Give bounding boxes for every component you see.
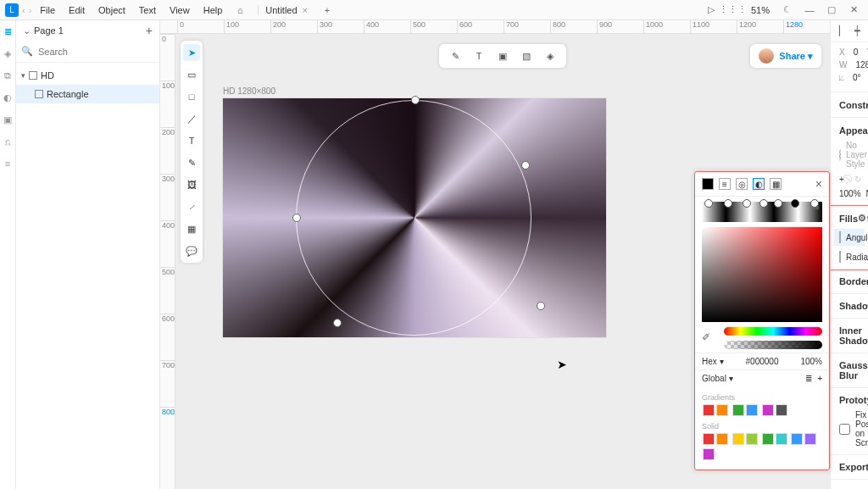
- edit-group-icon[interactable]: ▧: [519, 48, 534, 64]
- fill-type-pattern-icon[interactable]: ▦: [770, 178, 782, 190]
- color-opacity[interactable]: 100%: [800, 357, 822, 366]
- menubar: L ‹ › File Edit Object Text View Help ⌂ …: [0, 0, 868, 20]
- gradient-handle-2[interactable]: [411, 96, 420, 104]
- line-tool-icon[interactable]: ／: [183, 110, 200, 127]
- artboard-tool-icon[interactable]: ▭: [183, 66, 200, 83]
- fill-type-angular-icon[interactable]: ◐: [753, 178, 765, 190]
- hex-value[interactable]: #000000: [729, 357, 796, 366]
- document-tab[interactable]: Untitled ×: [258, 5, 314, 15]
- menu-edit[interactable]: Edit: [64, 3, 90, 18]
- styles-rail-icon[interactable]: ◐: [0, 90, 15, 105]
- components-rail-icon[interactable]: ◈: [0, 46, 15, 61]
- plugins-rail-icon[interactable]: ▣: [0, 112, 15, 127]
- menu-file[interactable]: File: [35, 3, 60, 18]
- avatar[interactable]: [759, 48, 774, 64]
- layer-tree: ▾ HD Rectangle: [16, 63, 159, 489]
- layer-artboard-hd[interactable]: ▾ HD: [16, 66, 159, 85]
- fill-swatch-radial-icon: [839, 251, 841, 263]
- history-forward-icon[interactable]: ›: [29, 5, 32, 15]
- ruler-horizontal: 0100200 300400500 600700800 90010001100 …: [160, 20, 830, 34]
- presets-scope[interactable]: Global ▾: [702, 374, 733, 383]
- gradient-stops-track[interactable]: ⇄: [702, 202, 822, 222]
- opacity-value[interactable]: 100%: [839, 189, 861, 198]
- fills-settings-icon[interactable]: ⚙: [858, 213, 866, 224]
- new-tab-icon[interactable]: +: [318, 1, 337, 19]
- edit-layers-icon[interactable]: ▣: [495, 48, 510, 64]
- fix-position-checkbox[interactable]: [839, 424, 850, 435]
- list-rail-icon[interactable]: ≡: [0, 156, 15, 171]
- fill-type-radial-icon[interactable]: ◎: [736, 178, 748, 190]
- menu-object[interactable]: Object: [93, 3, 131, 18]
- image-tool-icon[interactable]: 🖼: [183, 176, 200, 193]
- gradient-handle-3[interactable]: [292, 214, 301, 222]
- fill-type-solid-icon[interactable]: [702, 178, 714, 190]
- slice-tool-icon[interactable]: ⟋: [183, 198, 200, 215]
- pen-tool-icon[interactable]: ✎: [183, 154, 200, 171]
- swap-stops-icon[interactable]: ⇄: [812, 203, 819, 213]
- hue-slider[interactable]: [724, 327, 822, 336]
- solid-presets-row[interactable]: [702, 432, 822, 463]
- page-name[interactable]: Page 1: [34, 25, 64, 36]
- layer-rectangle[interactable]: Rectangle: [16, 85, 159, 103]
- menu-help[interactable]: Help: [198, 3, 228, 18]
- layers-rail-icon[interactable]: ≣: [0, 24, 15, 39]
- canvas-stage[interactable]: ➤ ▭ □ ／ T ✎ 🖼 ⟋ ▦ 💬 ✎ T ▣ ▧ ◈: [175, 34, 830, 489]
- window-close-icon[interactable]: ✕: [844, 1, 863, 19]
- text-tool-icon[interactable]: T: [183, 132, 200, 149]
- add-style-icon[interactable]: +: [839, 175, 844, 184]
- picker-close-icon[interactable]: ×: [815, 177, 822, 191]
- refresh-style-icon[interactable]: ↻: [854, 175, 861, 184]
- pages-header: ⌄ Page 1 +: [16, 20, 159, 41]
- menu-view[interactable]: View: [164, 3, 195, 18]
- maximize-icon[interactable]: ▢: [822, 1, 841, 19]
- color-mode-select[interactable]: Hex ▾: [702, 357, 724, 366]
- gradient-handle-1[interactable]: [521, 161, 530, 169]
- fill-type-linear-icon[interactable]: ≡: [719, 178, 731, 190]
- component-tool-icon[interactable]: ▦: [183, 220, 200, 237]
- color-field[interactable]: [702, 227, 822, 322]
- select-tool-icon[interactable]: ➤: [183, 44, 200, 61]
- prop-x[interactable]: 0: [854, 47, 859, 57]
- zoom-level[interactable]: 51%: [746, 3, 775, 18]
- eyedropper-icon[interactable]: ✐: [695, 331, 717, 343]
- theme-moon-icon[interactable]: ☾: [778, 1, 797, 19]
- presets-list-icon[interactable]: ≣: [805, 374, 812, 383]
- minimize-icon[interactable]: —: [800, 1, 819, 19]
- menu-text[interactable]: Text: [134, 3, 161, 18]
- history-back-icon[interactable]: ‹: [22, 5, 25, 15]
- edit-component-icon[interactable]: ◈: [542, 48, 558, 64]
- search-input[interactable]: [38, 47, 155, 57]
- assets-rail-icon[interactable]: ⧉: [0, 68, 15, 83]
- rectangle-icon: [35, 90, 43, 98]
- pages-caret-icon[interactable]: ⌄: [23, 25, 31, 36]
- alpha-slider[interactable]: [724, 341, 822, 349]
- align-hcenter-icon[interactable]: ┿: [854, 25, 860, 36]
- fill-row-radial[interactable]: Radial 100% Nor... 👁: [839, 251, 860, 263]
- solid-preset-label: Solid: [702, 422, 822, 431]
- history-rail-icon[interactable]: ⎌: [0, 134, 15, 149]
- edit-pencil-icon[interactable]: ✎: [448, 48, 463, 64]
- share-button[interactable]: Share ▾: [779, 51, 813, 62]
- gradients-preset-label: Gradients: [702, 393, 822, 402]
- edit-text-icon[interactable]: T: [471, 48, 487, 64]
- grid-apps-icon[interactable]: ⋮⋮⋮: [724, 1, 743, 19]
- align-left-icon[interactable]: ▏: [839, 25, 846, 36]
- artboard-canvas[interactable]: [223, 98, 606, 337]
- gradient-presets-row[interactable]: [702, 403, 822, 419]
- prop-angle[interactable]: 0°: [853, 73, 861, 83]
- prop-w[interactable]: 1280: [855, 60, 868, 69]
- play-icon[interactable]: ▷: [702, 1, 721, 19]
- rectangle-tool-icon[interactable]: □: [183, 88, 200, 105]
- add-page-icon[interactable]: +: [146, 24, 153, 37]
- gradient-handle-4[interactable]: [537, 302, 545, 310]
- comment-tool-icon[interactable]: 💬: [183, 242, 200, 259]
- home-icon[interactable]: ⌂: [231, 1, 249, 19]
- expand-caret-icon[interactable]: ▾: [21, 71, 25, 80]
- app-logo-icon[interactable]: L: [5, 3, 19, 17]
- close-tab-icon[interactable]: ×: [303, 5, 308, 15]
- presets-add-icon[interactable]: +: [817, 374, 822, 383]
- fill-row-angular[interactable]: Angular 100% Nor... 👁: [834, 229, 865, 246]
- gradient-ring-overlay[interactable]: [296, 100, 531, 336]
- gradient-handle-5[interactable]: [333, 319, 342, 327]
- borders-section: Borders+: [831, 270, 868, 294]
